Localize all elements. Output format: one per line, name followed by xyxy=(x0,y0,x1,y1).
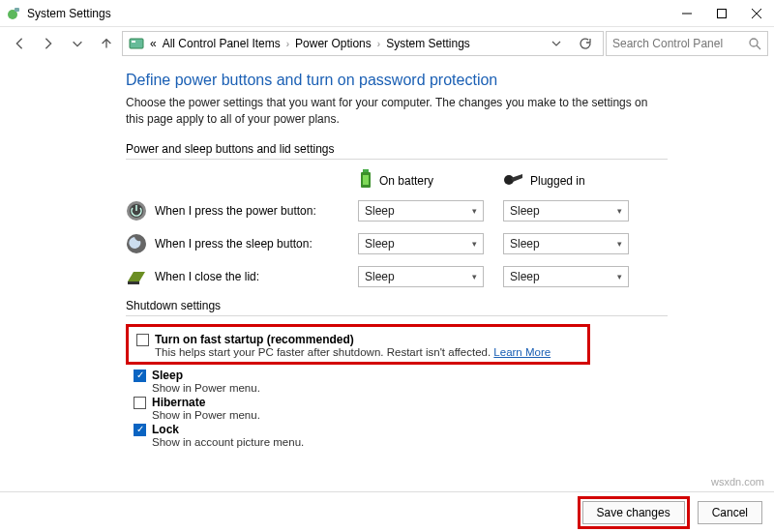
breadcrumb-item[interactable]: Power Options xyxy=(295,37,372,50)
plug-icon xyxy=(503,172,524,189)
page-heading: Define power buttons and turn on passwor… xyxy=(126,72,774,89)
lid-battery-select[interactable]: Sleep▾ xyxy=(358,266,484,287)
section-title: Power and sleep buttons and lid settings xyxy=(126,142,774,156)
svg-rect-10 xyxy=(363,169,369,172)
footer: Save changes Cancel xyxy=(0,491,774,532)
option-description: This helps start your PC faster after sh… xyxy=(155,346,551,358)
row-label: When I press the power button: xyxy=(155,204,316,218)
chevron-down-icon: ▾ xyxy=(617,239,622,249)
save-highlight: Save changes xyxy=(578,496,690,529)
breadcrumb-item[interactable]: All Control Panel Items xyxy=(163,37,281,50)
divider xyxy=(126,315,668,316)
section-title: Shutdown settings xyxy=(126,299,668,312)
option-label: Hibernate xyxy=(152,396,260,409)
content: Define power buttons and turn on passwor… xyxy=(0,60,774,448)
svg-rect-6 xyxy=(130,39,143,48)
battery-icon xyxy=(358,169,373,192)
column-battery-label: On battery xyxy=(379,174,433,188)
power-settings-grid: On battery Plugged in When I press the p… xyxy=(126,167,668,293)
breadcrumb-prefix: « xyxy=(150,37,157,50)
power-battery-select[interactable]: Sleep▾ xyxy=(358,200,484,222)
learn-more-link[interactable]: Learn More xyxy=(493,346,551,358)
watermark: wsxdn.com xyxy=(711,476,764,488)
nav-up-button[interactable] xyxy=(93,30,120,57)
chevron-down-icon: ▾ xyxy=(472,206,477,216)
option-label: Sleep xyxy=(152,369,260,382)
column-plugged-label: Plugged in xyxy=(530,174,585,188)
chevron-down-icon: ▾ xyxy=(617,206,622,216)
chevron-right-icon: › xyxy=(377,39,380,49)
fast-startup-checkbox[interactable] xyxy=(136,334,149,346)
svg-line-9 xyxy=(757,45,760,49)
sleep-option[interactable]: Sleep Show in Power menu. xyxy=(134,369,668,394)
search-input[interactable]: Search Control Panel xyxy=(606,31,768,56)
sleep-checkbox[interactable] xyxy=(134,369,146,382)
save-changes-button[interactable]: Save changes xyxy=(582,501,685,524)
power-plugged-select[interactable]: Sleep▾ xyxy=(503,200,629,222)
window-title: System Settings xyxy=(27,7,111,20)
search-placeholder: Search Control Panel xyxy=(612,37,723,50)
sleep-button-row: When I press the sleep button: Sleep▾ Sl… xyxy=(126,227,668,260)
row-label: When I press the sleep button: xyxy=(155,237,313,251)
svg-rect-7 xyxy=(132,41,135,43)
sleep-icon xyxy=(126,233,147,254)
control-panel-icon xyxy=(129,36,144,51)
lid-plugged-select[interactable]: Sleep▾ xyxy=(503,266,629,287)
option-description: Show in account picture menu. xyxy=(152,436,304,448)
lock-option[interactable]: Lock Show in account picture menu. xyxy=(134,423,668,448)
page-description: Choose the power settings that you want … xyxy=(126,95,658,129)
search-icon xyxy=(748,37,761,50)
option-description: Show in Power menu. xyxy=(152,409,260,421)
svg-point-8 xyxy=(750,39,758,46)
option-label: Lock xyxy=(152,423,304,436)
address-bar[interactable]: « All Control Panel Items › Power Option… xyxy=(122,31,604,56)
option-label: Turn on fast startup (recommended) xyxy=(155,333,551,346)
fast-startup-highlight: Turn on fast startup (recommended) This … xyxy=(126,324,590,365)
cancel-button[interactable]: Cancel xyxy=(698,501,762,524)
close-button[interactable] xyxy=(739,0,774,27)
nav-recent-button[interactable] xyxy=(64,30,91,57)
svg-rect-17 xyxy=(128,281,139,284)
svg-rect-12 xyxy=(363,175,369,185)
svg-rect-1 xyxy=(15,8,19,12)
power-icon xyxy=(126,200,147,222)
chevron-right-icon: › xyxy=(286,39,289,49)
chevron-down-icon: ▾ xyxy=(472,272,477,281)
app-icon xyxy=(6,6,21,21)
lock-checkbox[interactable] xyxy=(134,424,146,436)
power-button-row: When I press the power button: Sleep▾ Sl… xyxy=(126,194,668,227)
fast-startup-option[interactable]: Turn on fast startup (recommended) This … xyxy=(136,333,580,358)
chevron-down-icon: ▾ xyxy=(617,272,622,281)
shutdown-settings: Shutdown settings Turn on fast startup (… xyxy=(126,299,668,448)
divider xyxy=(126,159,668,160)
maximize-button[interactable] xyxy=(704,0,739,27)
sleep-battery-select[interactable]: Sleep▾ xyxy=(358,233,484,254)
lid-row: When I close the lid: Sleep▾ Sleep▾ xyxy=(126,260,668,293)
chevron-down-icon: ▾ xyxy=(472,239,477,249)
row-label: When I close the lid: xyxy=(155,270,259,283)
nav-forward-button[interactable] xyxy=(35,30,62,57)
nav-back-button[interactable] xyxy=(6,30,33,57)
svg-rect-3 xyxy=(718,9,727,17)
hibernate-checkbox[interactable] xyxy=(134,397,146,409)
lid-icon xyxy=(126,266,147,287)
address-history-button[interactable] xyxy=(545,32,568,55)
navbar: « All Control Panel Items › Power Option… xyxy=(0,27,774,60)
refresh-button[interactable] xyxy=(574,32,597,55)
hibernate-option[interactable]: Hibernate Show in Power menu. xyxy=(134,396,668,421)
sleep-plugged-select[interactable]: Sleep▾ xyxy=(503,233,629,254)
breadcrumb-item[interactable]: System Settings xyxy=(386,37,470,50)
minimize-button[interactable] xyxy=(670,0,704,27)
option-description: Show in Power menu. xyxy=(152,382,260,394)
titlebar: System Settings xyxy=(0,0,774,27)
